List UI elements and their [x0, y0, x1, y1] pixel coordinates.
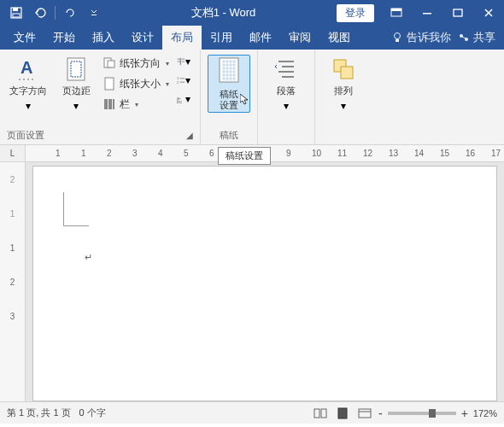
chevron-down-icon: ▾: [185, 93, 190, 105]
ribbon: A 文字方向 ▾ 页边距 ▾ 纸张方向 ▾ 纸张大小 ▾: [0, 50, 504, 145]
chevron-down-icon: ▾: [135, 101, 138, 108]
word-count[interactable]: 0 个字: [79, 407, 106, 419]
v-ruler-tick: 1: [10, 196, 15, 231]
text-direction-button[interactable]: A 文字方向 ▾: [7, 55, 50, 114]
svg-rect-2: [13, 14, 20, 17]
close-button[interactable]: [473, 0, 504, 26]
manuscript-icon: [216, 56, 242, 85]
zoom-out-button[interactable]: -: [378, 407, 383, 420]
ruler-area: L 1 1 2 3 4 5 6 7 8 9 10 11 12 13 14 15 …: [0, 145, 504, 162]
margin-guide: [63, 192, 89, 226]
lightbulb-icon: [391, 32, 403, 44]
group-manuscript-label: 稿纸: [220, 129, 238, 142]
read-mode-button[interactable]: [312, 406, 329, 421]
svg-rect-6: [423, 13, 431, 15]
manuscript-settings-button[interactable]: 稿纸 设置: [208, 55, 250, 113]
ruler-tick: 14: [414, 149, 440, 158]
svg-rect-5: [391, 9, 401, 11]
maximize-icon: [453, 8, 463, 18]
web-layout-icon: [358, 408, 372, 418]
login-button[interactable]: 登录: [337, 4, 374, 22]
manuscript-label: 稿纸 设置: [220, 89, 238, 111]
arrange-icon: [331, 56, 356, 82]
tell-me-label: 告诉我你: [407, 30, 451, 45]
ruler-tick: 1: [81, 149, 107, 158]
redo-button[interactable]: [59, 2, 81, 24]
svg-rect-7: [454, 9, 462, 16]
undo-icon: [33, 7, 47, 19]
svg-rect-18: [104, 99, 108, 109]
chevron-down-icon: ▾: [166, 60, 169, 67]
tab-design[interactable]: 设计: [123, 26, 162, 50]
tab-layout[interactable]: 布局: [162, 26, 202, 50]
v-ruler-tick: 2: [10, 265, 15, 299]
svg-rect-30: [338, 408, 347, 418]
chevron-down-icon: ▾: [26, 100, 31, 112]
paragraph-button[interactable]: 段落 ▾: [265, 55, 308, 114]
zoom-in-button[interactable]: +: [461, 407, 468, 420]
svg-rect-27: [341, 67, 353, 79]
svg-rect-19: [108, 99, 112, 109]
ruler-tick: 9: [286, 149, 312, 158]
paragraph-mark: ↵: [85, 252, 92, 263]
columns-button[interactable]: 栏 ▾: [103, 96, 169, 113]
zoom-slider-thumb[interactable]: [429, 409, 436, 418]
orientation-label: 纸张方向: [120, 56, 161, 71]
ruler-tick: 4: [158, 149, 184, 158]
svg-text:bc: bc: [177, 99, 182, 104]
ruler-tick: 13: [389, 149, 414, 158]
arrange-button[interactable]: 排列 ▾: [322, 55, 365, 114]
svg-text:2: 2: [177, 80, 179, 85]
ruler-tick: 17: [491, 149, 504, 158]
zoom-slider[interactable]: [388, 412, 456, 415]
document-page[interactable]: ↵: [32, 166, 497, 401]
margins-label: 页边距: [62, 85, 91, 97]
tab-file[interactable]: 文件: [5, 26, 44, 50]
tab-review[interactable]: 审阅: [280, 26, 319, 50]
tab-references[interactable]: 引用: [202, 26, 241, 50]
chevron-down-icon: ▾: [341, 100, 346, 112]
size-button[interactable]: 纸张大小 ▾: [103, 75, 169, 92]
svg-rect-17: [105, 78, 114, 90]
page-setup-launcher[interactable]: ◢: [186, 131, 193, 140]
tell-me-search[interactable]: 告诉我你: [391, 30, 451, 45]
tab-home[interactable]: 开始: [44, 26, 84, 50]
svg-rect-1: [13, 8, 18, 11]
save-button[interactable]: [5, 2, 27, 24]
share-button[interactable]: 共享: [458, 30, 495, 45]
tab-view[interactable]: 视图: [319, 26, 359, 50]
undo-button[interactable]: [29, 2, 51, 24]
page-setup-icon-col: ▾ 12▾ a-bc▾: [174, 55, 193, 106]
group-manuscript: 稿纸 设置 稿纸: [201, 50, 258, 144]
window-title: 文档1 - Word: [110, 5, 337, 20]
vertical-ruler[interactable]: 2 1 1 2 3: [0, 162, 26, 401]
line-numbers-button[interactable]: 12▾: [177, 73, 190, 87]
minimize-button[interactable]: [412, 0, 442, 26]
svg-rect-28: [314, 409, 319, 418]
zoom-value[interactable]: 172%: [473, 408, 497, 418]
page-info[interactable]: 第 1 页, 共 1 页: [7, 407, 71, 419]
qat-customize-button[interactable]: [83, 2, 105, 24]
tab-mailings[interactable]: 邮件: [241, 26, 280, 50]
horizontal-ruler[interactable]: L 1 1 2 3 4 5 6 7 8 9 10 11 12 13 14 15 …: [0, 145, 504, 162]
ribbon-display-icon: [390, 8, 402, 18]
orientation-button[interactable]: 纸张方向 ▾: [103, 55, 169, 72]
ribbon-display-button[interactable]: [381, 0, 412, 26]
breaks-button[interactable]: ▾: [177, 55, 190, 68]
breaks-icon: [177, 56, 185, 67]
paragraph-label: 段落: [277, 85, 296, 97]
columns-icon: [103, 97, 116, 111]
ruler-tick: 11: [337, 149, 363, 158]
hyphenation-button[interactable]: a-bc▾: [177, 92, 190, 106]
chevron-down-icon: ▾: [185, 56, 190, 67]
web-layout-button[interactable]: [356, 406, 373, 421]
ruler-tick: 10: [312, 149, 337, 158]
hyphenation-icon: a-bc: [177, 93, 185, 105]
print-layout-button[interactable]: [334, 406, 351, 421]
margins-button[interactable]: 页边距 ▾: [55, 55, 97, 114]
maximize-button[interactable]: [442, 0, 473, 26]
tab-insert[interactable]: 插入: [84, 26, 123, 50]
svg-point-8: [395, 33, 401, 39]
ruler-tick: 1: [56, 149, 81, 158]
ribbon-tabs: 文件 开始 插入 设计 布局 引用 邮件 审阅 视图 告诉我你 共享: [0, 26, 504, 50]
